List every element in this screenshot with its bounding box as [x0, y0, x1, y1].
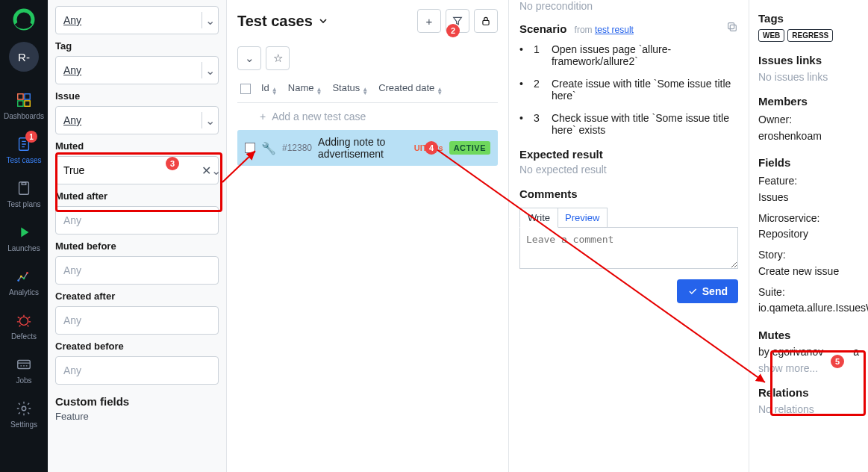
filter-group: ⌄ — [55, 6, 219, 34]
field-suite: Suite:io.qameta.allure.IssuesWebTest — [758, 285, 859, 317]
filter-input[interactable] — [56, 314, 218, 326]
filter-label: Issue — [55, 90, 219, 102]
svg-rect-15 — [730, 25, 736, 31]
tag[interactable]: REGRESS — [787, 29, 833, 42]
filter-select-muted[interactable]: ✕ ⌄ — [55, 156, 219, 184]
nav-label: Test plans — [7, 200, 40, 208]
filter-panel: ⌄ Tag ⌄ Issue ⌄ Muted ✕ ⌄ Muted after Mu… — [48, 0, 227, 472]
filter-input-muted[interactable] — [56, 164, 202, 176]
filter-select-created-after[interactable] — [55, 306, 219, 335]
status-badge: ACTIVE — [449, 141, 490, 155]
launches-icon — [15, 223, 33, 241]
nav-badge: 1 — [25, 131, 37, 143]
nav-analytics[interactable]: Analytics — [0, 261, 48, 302]
mutes-heading: Mutes — [758, 329, 859, 341]
col-id[interactable]: Id▲▼ — [261, 82, 278, 95]
nav-defects[interactable]: Defects — [0, 305, 48, 347]
filter-input[interactable] — [56, 114, 202, 126]
col-name[interactable]: Name▲▼ — [288, 82, 322, 95]
scenario-heading: Scenario from test result — [519, 22, 634, 35]
filter-select-muted-before[interactable] — [55, 256, 219, 285]
lock-button[interactable] — [474, 9, 498, 33]
test-plans-icon — [15, 179, 33, 197]
nav-label: Test cases — [6, 156, 41, 164]
custom-fields-sub: Feature — [55, 411, 219, 422]
filter-input[interactable] — [56, 64, 202, 76]
plus-icon: + — [260, 111, 266, 122]
filter-label: Tag — [55, 40, 219, 52]
filter-label: Created after — [55, 291, 219, 302]
nav-settings[interactable]: Settings — [0, 394, 48, 435]
comments-heading: Comments — [519, 187, 738, 200]
comment-textarea[interactable] — [519, 227, 738, 269]
members-heading: Members — [758, 95, 859, 108]
chevron-down-icon: ⌄ — [202, 114, 218, 128]
filter-label: Muted after — [55, 190, 219, 202]
nav-test-plans[interactable]: Test plans — [0, 173, 48, 214]
analytics-icon — [15, 267, 33, 285]
filter-select-muted-after[interactable] — [55, 206, 219, 235]
add-button[interactable]: + — [417, 9, 441, 33]
nav-label: Launches — [7, 244, 40, 252]
svg-rect-3 — [18, 101, 23, 106]
add-test-case[interactable]: + Add a new test case — [237, 103, 498, 130]
annotation-callout-2: 2 — [446, 24, 460, 37]
dashboard-icon — [15, 91, 33, 109]
filter-select-created-before[interactable] — [55, 356, 219, 385]
filter-input[interactable] — [56, 14, 202, 26]
expected-none: No expected result — [519, 164, 738, 176]
test-cases-title[interactable]: Test cases — [237, 13, 329, 30]
col-created[interactable]: Created date▲▼ — [378, 82, 443, 95]
star-button[interactable]: ☆ — [266, 46, 290, 70]
test-result-link[interactable]: test result — [595, 25, 634, 35]
select-all-checkbox[interactable] — [240, 84, 251, 94]
svg-rect-2 — [25, 94, 30, 99]
row-checkbox[interactable] — [245, 143, 255, 153]
svg-rect-1 — [18, 94, 23, 99]
filter-select-tag[interactable]: ⌄ — [55, 56, 219, 84]
expand-button[interactable]: ⌄ — [237, 46, 261, 70]
chevron-down-icon: ⌄ — [202, 13, 218, 28]
test-case-row[interactable]: 🔧 #12380 Adding note to advertisement UI… — [237, 130, 498, 166]
svg-point-10 — [26, 272, 28, 274]
nav-test-cases[interactable]: 1 Test cases — [0, 129, 48, 170]
nav-jobs[interactable]: Jobs — [0, 350, 48, 391]
annotation-callout-4: 4 — [425, 141, 438, 155]
jobs-icon — [15, 355, 33, 373]
nav-dashboards[interactable]: Dashboards — [0, 85, 48, 126]
user-avatar[interactable]: R- — [9, 42, 39, 72]
test-name: Adding note to advertisement — [318, 136, 405, 160]
meta-panel: Tags WEB REGRESS Issues links No issues … — [749, 0, 868, 472]
chevron-down-icon: ⌄ — [211, 164, 221, 178]
chevron-down-icon: ⌄ — [202, 63, 218, 78]
svg-rect-12 — [18, 361, 31, 369]
nav-label: Analytics — [9, 288, 39, 296]
expected-heading: Expected result — [519, 148, 738, 161]
sidebar-nav: R- Dashboards 1 Test cases Test plans La… — [0, 0, 48, 472]
nav-label: Settings — [10, 420, 37, 429]
clear-icon[interactable]: ✕ — [202, 164, 211, 178]
filter-input[interactable] — [56, 214, 218, 226]
filter-input[interactable] — [56, 264, 218, 276]
tab-preview[interactable]: Preview — [558, 208, 607, 227]
send-button[interactable]: Send — [677, 279, 738, 303]
issues-none: No issues links — [758, 71, 859, 83]
filter-select[interactable]: ⌄ — [55, 6, 219, 34]
mute-entry: by egorivanova — [758, 346, 859, 358]
fields-heading: Fields — [758, 156, 859, 169]
annotation-callout-3: 3 — [166, 157, 179, 170]
filter-input[interactable] — [56, 364, 218, 376]
tag[interactable]: WEB — [758, 29, 784, 42]
test-id: #12380 — [282, 143, 312, 153]
bug-icon — [15, 311, 33, 329]
svg-point-11 — [20, 317, 28, 325]
copy-icon[interactable] — [726, 21, 738, 36]
col-status[interactable]: Status▲▼ — [332, 82, 368, 95]
show-more[interactable]: show more... — [758, 362, 859, 374]
tab-write[interactable]: Write — [519, 208, 558, 228]
nav-launches[interactable]: Launches — [0, 217, 48, 258]
filter-select-issue[interactable]: ⌄ — [55, 106, 219, 134]
svg-rect-14 — [483, 20, 489, 25]
relations-none: No relations — [758, 403, 859, 415]
field-feature: Feature:Issues — [758, 173, 859, 205]
